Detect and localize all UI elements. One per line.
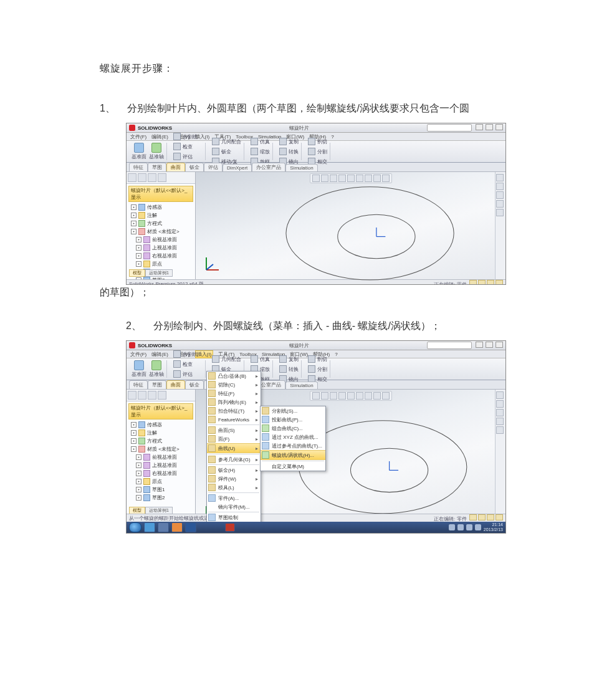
fm-tab-icon[interactable] [128, 391, 136, 400]
command-tab[interactable]: Simulation [285, 381, 317, 389]
menu-item[interactable]: 特征(F)▸ [207, 389, 261, 398]
menu-item[interactable]: 面(F)▸ [207, 434, 261, 443]
expand-icon[interactable]: + [136, 261, 141, 267]
maximize-button[interactable] [486, 124, 493, 130]
ribbon-small-button[interactable]: 剖切 [308, 355, 327, 363]
command-tab[interactable]: 特征 [129, 380, 148, 389]
command-tab[interactable]: 钣金 [185, 380, 204, 389]
tree-node[interactable]: +注解 [128, 211, 193, 219]
menu-item[interactable]: 投影曲线(P)... [261, 415, 325, 424]
minimize-button[interactable] [476, 124, 483, 130]
menu-item[interactable]: 曲面(S)▸ [207, 426, 261, 434]
expand-icon[interactable]: + [136, 471, 141, 476]
menu-item[interactable]: ? [335, 352, 337, 357]
menu-item[interactable]: 扣合特征(T)▸ [207, 406, 261, 415]
expand-icon[interactable]: + [131, 213, 136, 218]
tree-node[interactable]: +传感器 [128, 421, 193, 429]
expand-icon[interactable]: + [136, 487, 141, 492]
ribbon-small-button[interactable]: 剖切 [308, 138, 327, 145]
ribbon-small-button[interactable]: 分割线 [173, 133, 198, 140]
ribbon-small-button[interactable]: 检查 [173, 143, 193, 150]
expand-icon[interactable]: + [136, 245, 141, 251]
fm-tab-icon[interactable] [148, 391, 156, 400]
ribbon-button[interactable]: 基准轴 [149, 143, 164, 160]
tree-node[interactable]: +上视基准面 [128, 461, 193, 469]
command-tab[interactable]: 曲面 [166, 163, 185, 171]
menu-item[interactable]: 钣金(H)▸ [207, 466, 261, 474]
menu-item[interactable]: ? [331, 134, 333, 140]
ribbon-small-button[interactable]: 转换 [279, 365, 299, 373]
expand-icon[interactable]: + [136, 463, 141, 468]
menu-item[interactable]: 切除(C)▸ [207, 380, 261, 389]
command-tab[interactable]: 特征 [129, 163, 148, 171]
tree-node[interactable]: +草图2 [128, 494, 193, 502]
tray-icon[interactable] [475, 524, 481, 530]
menu-item[interactable]: 参考几何体(G)▸ [207, 455, 261, 464]
menu-item[interactable]: 编辑(E) [151, 133, 168, 140]
taskbar-explorer-icon[interactable] [158, 522, 169, 532]
expand-icon[interactable]: + [131, 221, 136, 226]
menu-item[interactable]: 自定义菜单(M) [261, 462, 325, 471]
taskbar-solidworks-icon[interactable] [225, 523, 235, 532]
expand-icon[interactable]: + [136, 479, 141, 484]
command-tab[interactable]: 办公室产品 [252, 163, 285, 171]
expand-icon[interactable]: + [131, 229, 136, 234]
ribbon-small-button[interactable]: 仿真 [251, 355, 270, 363]
expand-icon[interactable]: + [131, 204, 136, 210]
ribbon-button[interactable]: 基准面 [132, 143, 146, 160]
menu-item[interactable]: FeatureWorks▸ [207, 415, 261, 424]
ribbon-small-button[interactable]: 转换 [279, 148, 299, 155]
command-tab[interactable]: 草图 [148, 163, 166, 171]
graphics-viewport[interactable] [196, 172, 505, 279]
ribbon-small-button[interactable]: 复制 [279, 355, 299, 363]
menu-item[interactable]: 文件(F) [130, 351, 146, 358]
tree-root-name[interactable]: 螺旋叶片（默认<<默认>_显示 [128, 403, 193, 420]
start-button-icon[interactable] [129, 522, 141, 532]
menu-item[interactable]: 文件(F) [130, 133, 146, 140]
menu-item[interactable]: 螺旋线/涡状线(H)... [261, 450, 325, 460]
command-tab[interactable]: 钣金 [185, 163, 204, 171]
ribbon-small-button[interactable]: 仿真 [251, 138, 270, 145]
ribbon-small-button[interactable]: 复制 [279, 138, 299, 145]
menu-item[interactable]: 编辑(E) [151, 351, 168, 358]
expand-icon[interactable]: + [131, 422, 136, 428]
menu-item[interactable]: 模具(L)▸ [207, 483, 261, 492]
tray-icon[interactable] [449, 524, 455, 530]
tree-node[interactable]: +原点 [128, 260, 193, 268]
ribbon-small-button[interactable]: 评估 [173, 370, 193, 378]
maximize-button[interactable] [486, 342, 493, 348]
expand-icon[interactable]: + [136, 237, 141, 242]
menu-item[interactable]: 焊件(W)▸ [207, 474, 261, 483]
tray-icon[interactable] [466, 524, 472, 530]
fm-tab-icon[interactable] [148, 173, 156, 182]
fm-tab-icon[interactable] [128, 173, 136, 182]
tree-node[interactable]: +前视基准面 [128, 236, 193, 244]
close-button[interactable] [496, 124, 503, 130]
menu-item[interactable]: 零件(A)... [207, 494, 261, 502]
taskbar-word-icon[interactable] [185, 522, 196, 532]
ribbon-small-button[interactable]: 缩放 [251, 148, 270, 155]
menu-item[interactable]: 镜向零件(M)... [207, 502, 261, 511]
command-tab[interactable]: 草图 [148, 380, 166, 389]
ribbon-small-button[interactable]: 分割 [308, 148, 327, 155]
expand-icon[interactable]: + [131, 430, 136, 436]
tree-node[interactable]: +方程式 [128, 437, 193, 445]
menu-item[interactable]: 曲线(U)▸ [207, 443, 261, 453]
tree-node[interactable]: +材质 <未指定> [128, 228, 193, 236]
tree-node[interactable]: +右视基准面 [128, 469, 193, 477]
ribbon-small-button[interactable]: 几何配合 [212, 355, 241, 363]
tree-node[interactable]: +前视基准面 [128, 453, 193, 461]
menu-item[interactable]: 通过参考点的曲线(T)... [261, 441, 325, 450]
ribbon-small-button[interactable]: 评估 [173, 153, 193, 160]
tree-node[interactable]: +原点 [128, 477, 193, 486]
menu-item[interactable]: 分割线(S)... [261, 406, 325, 415]
search-input[interactable] [427, 342, 472, 349]
ribbon-button[interactable]: 基准面 [132, 360, 146, 378]
command-tab[interactable]: DimXpert [223, 164, 252, 171]
ribbon-small-button[interactable]: 钣金 [212, 148, 231, 155]
ribbon-small-button[interactable]: 分割 [308, 365, 327, 373]
taskbar-ie-icon[interactable] [144, 522, 155, 532]
expand-icon[interactable]: + [136, 253, 141, 259]
ribbon-small-button[interactable]: 几何配合 [212, 138, 241, 145]
tree-node[interactable]: +传感器 [128, 203, 193, 211]
